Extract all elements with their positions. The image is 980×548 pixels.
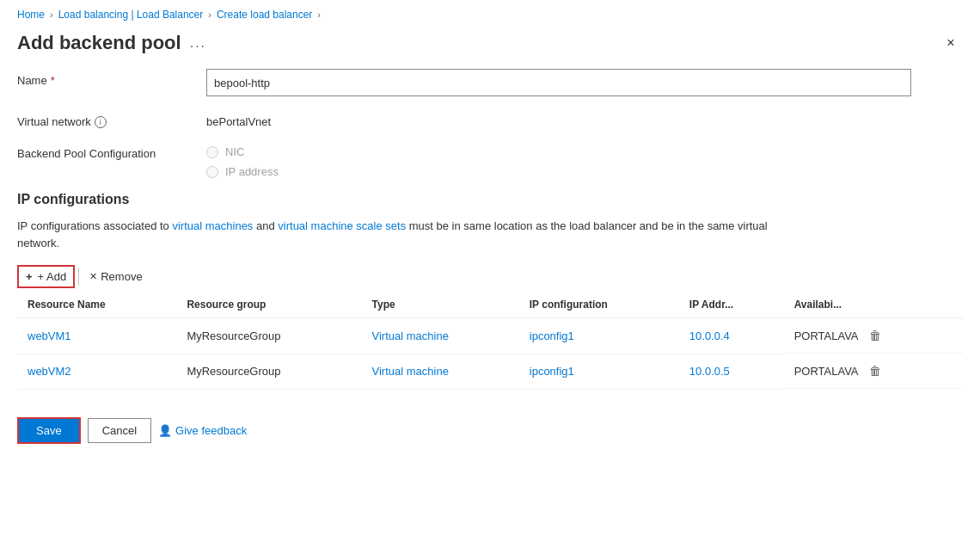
delete-row-btn-0[interactable]: 🗑 xyxy=(866,327,885,344)
cell-ip-addr-1: 10.0.0.5 xyxy=(679,354,784,389)
name-required: * xyxy=(51,74,55,87)
table-row: webVM2 MyResourceGroup Virtual machine i… xyxy=(17,354,963,389)
vnet-control-area: bePortalVnet xyxy=(206,110,963,128)
breadcrumb-sep-1: › xyxy=(50,9,53,20)
cell-resource-name-0: webVM1 xyxy=(17,318,176,354)
page-container: Home › Load balancing | Load Balancer › … xyxy=(0,0,980,548)
cell-ip-addr-0: 10.0.0.4 xyxy=(679,318,784,354)
vnet-value: bePortalVnet xyxy=(206,110,963,128)
table-header-row: Resource Name Resource group Type IP con… xyxy=(17,292,963,318)
breadcrumb-sep-2: › xyxy=(208,9,211,20)
availability-value-0: PORTALAVA xyxy=(794,329,859,342)
remove-x-icon: ✕ xyxy=(89,271,97,282)
ip-configs-title: IP configurations xyxy=(17,192,963,207)
feedback-icon: 👤 xyxy=(158,424,172,437)
panel-header: Add backend pool ... × xyxy=(0,28,980,69)
resource-name-link-0[interactable]: webVM1 xyxy=(28,329,71,342)
resource-name-link-1[interactable]: webVM2 xyxy=(28,365,71,378)
cell-resource-group-0: MyResourceGroup xyxy=(176,318,361,354)
add-icon: + xyxy=(26,270,33,283)
breadcrumb-load-balancing[interactable]: Load balancing | Load Balancer xyxy=(58,9,204,21)
vnet-label: Virtual network i xyxy=(17,110,206,128)
col-header-resource-group: Resource group xyxy=(176,292,361,318)
cell-resource-group-1: MyResourceGroup xyxy=(176,354,361,389)
cell-availability-0: PORTALAVA 🗑 xyxy=(784,318,963,354)
ip-configs-section: IP configurations IP configurations asso… xyxy=(17,192,963,390)
breadcrumb-home[interactable]: Home xyxy=(17,9,45,21)
breadcrumb-create-lb[interactable]: Create load balancer xyxy=(217,9,312,21)
backend-pool-control-area: NIC IP address xyxy=(206,142,963,178)
radio-ip-item: IP address xyxy=(206,165,963,178)
cell-ip-config-1: ipconfig1 xyxy=(519,354,679,389)
radio-nic[interactable] xyxy=(206,146,218,158)
panel-title-row: Add backend pool ... xyxy=(17,32,206,54)
name-control-area xyxy=(206,69,963,96)
availability-value-1: PORTALAVA xyxy=(794,365,859,378)
radio-ip[interactable] xyxy=(206,166,218,178)
vnet-row: Virtual network i bePortalVnet xyxy=(17,110,963,128)
toolbar-divider xyxy=(78,268,79,286)
remove-label: Remove xyxy=(101,270,142,283)
remove-button[interactable]: ✕ Remove xyxy=(83,267,149,286)
ip-configs-table: Resource Name Resource group Type IP con… xyxy=(17,292,963,390)
backend-pool-row: Backend Pool Configuration NIC IP addres… xyxy=(17,142,963,178)
ip-configs-description: IP configurations associated to virtual … xyxy=(17,218,791,251)
vnet-info-icon[interactable]: i xyxy=(95,116,107,128)
cell-availability-1: PORTALAVA 🗑 xyxy=(784,354,963,389)
name-label: Name * xyxy=(17,69,206,87)
panel-title: Add backend pool xyxy=(17,32,181,54)
col-header-ip-config: IP configuration xyxy=(519,292,679,318)
breadcrumb: Home › Load balancing | Load Balancer › … xyxy=(0,0,980,28)
panel-ellipsis-btn[interactable]: ... xyxy=(190,35,206,51)
add-btn-wrapper: + + Add xyxy=(17,265,75,288)
cell-ip-config-0: ipconfig1 xyxy=(519,318,679,354)
virtual-machines-link[interactable]: virtual machines xyxy=(172,219,253,232)
radio-nic-item: NIC xyxy=(206,145,963,158)
radio-ip-label: IP address xyxy=(225,165,279,178)
cancel-button[interactable]: Cancel xyxy=(88,418,151,443)
breadcrumb-sep-3: › xyxy=(317,9,321,20)
backend-pool-label: Backend Pool Configuration xyxy=(17,142,206,160)
delete-row-btn-1[interactable]: 🗑 xyxy=(866,362,885,379)
cell-type-1: Virtual machine xyxy=(362,354,519,389)
footer-buttons: Save Cancel 👤 Give feedback xyxy=(0,410,980,461)
vmss-link[interactable]: virtual machine scale sets xyxy=(278,219,406,232)
feedback-label: Give feedback xyxy=(175,424,247,437)
col-header-resource-name: Resource Name xyxy=(17,292,176,318)
toolbar-wrapper: + + Add ✕ Remove xyxy=(17,265,963,288)
close-button[interactable]: × xyxy=(939,31,963,55)
add-label: + Add xyxy=(38,270,67,283)
ip-config-link-1[interactable]: ipconfig1 xyxy=(530,365,574,378)
radio-nic-label: NIC xyxy=(225,145,244,158)
table-row: webVM1 MyResourceGroup Virtual machine i… xyxy=(17,318,963,354)
name-input[interactable] xyxy=(206,69,911,96)
cell-resource-name-1: webVM2 xyxy=(17,354,176,389)
name-row: Name * xyxy=(17,69,963,96)
radio-group: NIC IP address xyxy=(206,142,963,178)
feedback-link[interactable]: 👤 Give feedback xyxy=(158,424,247,437)
save-button[interactable]: Save xyxy=(17,417,81,444)
ip-config-link-0[interactable]: ipconfig1 xyxy=(530,329,574,342)
col-header-ip-addr: IP Addr... xyxy=(679,292,784,318)
col-header-availability: Availabi... xyxy=(784,292,963,318)
col-header-type: Type xyxy=(362,292,519,318)
cell-type-0: Virtual machine xyxy=(362,318,519,354)
add-button[interactable]: + + Add xyxy=(19,267,73,286)
form-body: Name * Virtual network i bePortalVnet Ba… xyxy=(0,69,980,390)
